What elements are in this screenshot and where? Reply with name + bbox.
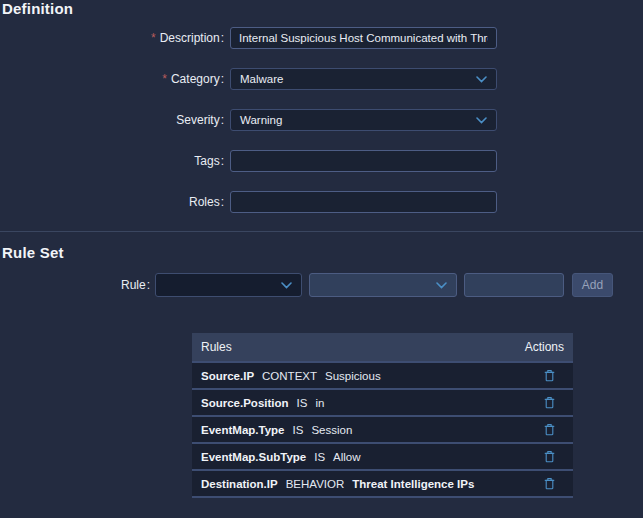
chevron-down-icon (436, 282, 447, 289)
category-selected-value: Malware (240, 73, 283, 85)
rule-value: Session (311, 424, 352, 436)
severity-selected-value: Warning (240, 114, 282, 126)
roles-row: Roles (0, 191, 643, 213)
severity-select[interactable]: Warning (230, 109, 497, 131)
roles-label: Roles (0, 191, 224, 213)
rule-field: Source.Position (201, 397, 289, 409)
trash-icon[interactable] (544, 369, 555, 382)
trash-icon[interactable] (544, 450, 555, 463)
description-input[interactable] (230, 27, 497, 49)
rule-field: Source.IP (201, 370, 254, 382)
definition-heading: Definition (2, 0, 73, 17)
rules-column-header: Rules (201, 340, 232, 354)
rule-field: EventMap.Type (201, 424, 285, 436)
rule-operator: IS (297, 397, 308, 409)
rule-builder-row: Rule Add (0, 273, 643, 297)
rule-operator: IS (314, 451, 325, 463)
category-select[interactable]: Malware (230, 68, 497, 90)
chevron-down-icon (281, 282, 292, 289)
rule-value-input[interactable] (464, 273, 564, 297)
chevron-down-icon (476, 117, 487, 124)
rule-value: in (315, 397, 324, 409)
rule-field: Destination.IP (201, 478, 278, 490)
rule-set-heading: Rule Set (2, 244, 64, 261)
rule-operator: CONTEXT (262, 370, 317, 382)
severity-row: Severity Warning (0, 109, 643, 131)
rule-operator: BEHAVIOR (286, 478, 345, 490)
trash-icon[interactable] (544, 477, 555, 490)
required-asterisk (162, 72, 167, 86)
required-asterisk (151, 31, 156, 45)
table-row: EventMap.SubType IS Allow (192, 442, 573, 469)
actions-column-header: Actions (525, 340, 564, 354)
section-divider (0, 231, 643, 232)
table-row: Source.Position IS in (192, 388, 573, 415)
table-row: Destination.IP BEHAVIOR Threat Intellige… (192, 469, 573, 496)
table-row: EventMap.Type IS Session (192, 415, 573, 442)
category-row: Category Malware (0, 68, 643, 90)
roles-input[interactable] (230, 191, 497, 213)
rule-field-select[interactable] (155, 273, 302, 297)
rules-table: Rules Actions Source.IP CONTEXT Suspicio… (192, 333, 573, 498)
description-label: Description (0, 27, 224, 49)
add-rule-button[interactable]: Add (572, 273, 613, 297)
severity-label: Severity (0, 109, 224, 131)
rule-operator: IS (293, 424, 304, 436)
trash-icon[interactable] (544, 423, 555, 436)
trash-icon[interactable] (544, 396, 555, 409)
rule-field: EventMap.SubType (201, 451, 306, 463)
description-row: Description (0, 27, 643, 49)
rule-value: Suspicious (325, 370, 381, 382)
rule-value: Threat Intelligence IPs (352, 478, 474, 490)
rule-label: Rule (0, 273, 150, 297)
chevron-down-icon (476, 76, 487, 83)
tags-input[interactable] (230, 150, 497, 172)
table-row: Source.IP CONTEXT Suspicious (192, 361, 573, 388)
category-label: Category (0, 68, 224, 90)
tags-row: Tags (0, 150, 643, 172)
rule-value: Allow (333, 451, 360, 463)
tags-label: Tags (0, 150, 224, 172)
rule-operator-select[interactable] (309, 273, 457, 297)
rules-table-header: Rules Actions (192, 333, 573, 361)
alert-rule-editor: Definition Description Category Malware … (0, 0, 643, 518)
